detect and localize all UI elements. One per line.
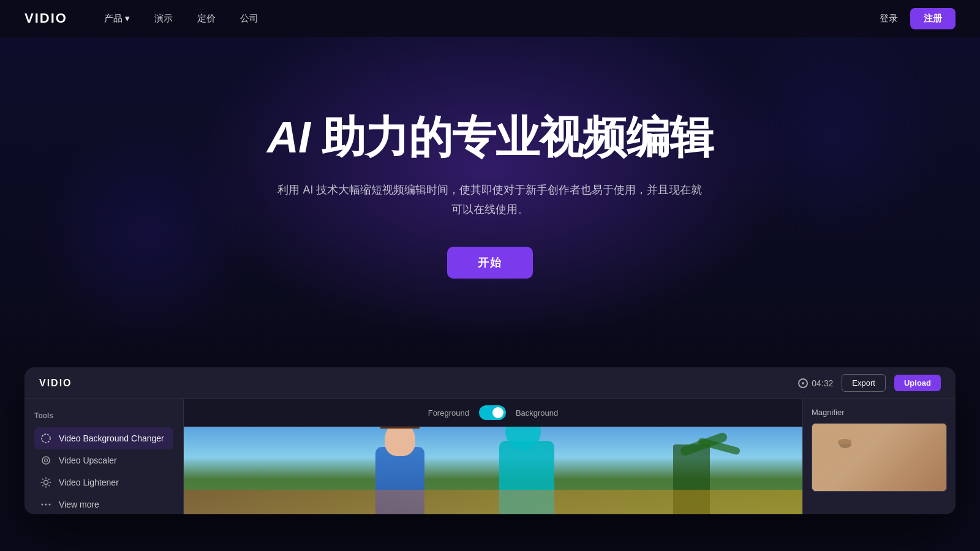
upscaler-icon bbox=[40, 455, 51, 466]
nav-link-product[interactable]: 产品 ▾ bbox=[104, 13, 130, 24]
svg-line-11 bbox=[42, 485, 43, 485]
magnifier-preview-image bbox=[812, 424, 946, 491]
app-preview: VIDIO 04:32 Export Upload Tools Video Ba… bbox=[24, 367, 956, 514]
svg-point-12 bbox=[42, 504, 43, 506]
svg-point-14 bbox=[49, 504, 51, 506]
nav-actions: 登录 注册 bbox=[880, 8, 956, 29]
svg-point-2 bbox=[45, 459, 48, 462]
nav-logo: VIDIO bbox=[24, 10, 67, 26]
lightener-icon bbox=[40, 477, 51, 488]
app-preview-logo: VIDIO bbox=[39, 378, 72, 389]
nav-link-demo[interactable]: 演示 bbox=[154, 13, 173, 24]
svg-point-3 bbox=[44, 481, 48, 485]
app-toolbar: Foreground Background bbox=[184, 399, 802, 427]
svg-line-9 bbox=[48, 485, 49, 485]
hero-content: AI 助力的专业视频编辑 利用 AI 技术大幅缩短视频编辑时间，使其即使对于新手… bbox=[267, 113, 713, 279]
sidebar-item-view-more[interactable]: View more bbox=[34, 493, 173, 514]
svg-point-13 bbox=[45, 504, 47, 506]
background-changer-icon bbox=[40, 433, 51, 444]
app-main-content: Foreground Background bbox=[184, 399, 802, 514]
login-button[interactable]: 登录 bbox=[880, 13, 898, 24]
hero-subtitle: 利用 AI 技术大幅缩短视频编辑时间，使其即使对于新手创作者也易于使用，并且现在… bbox=[276, 180, 704, 220]
export-button[interactable]: Export bbox=[842, 374, 886, 392]
app-time-display: 04:32 bbox=[798, 378, 833, 388]
video-scene bbox=[184, 427, 802, 514]
magnifier-label: Magnifier bbox=[812, 408, 947, 417]
magnifier-panel: Magnifier bbox=[802, 399, 956, 514]
chevron-down-icon: ▾ bbox=[125, 13, 130, 24]
foreground-background-toggle[interactable] bbox=[479, 405, 506, 420]
app-header: VIDIO 04:32 Export Upload bbox=[24, 367, 956, 399]
video-area bbox=[184, 427, 802, 514]
navbar: VIDIO 产品 ▾ 演示 定价 公司 登录 注册 bbox=[0, 0, 980, 37]
nav-links: 产品 ▾ 演示 定价 公司 bbox=[104, 13, 880, 24]
magnifier-preview-container bbox=[812, 423, 947, 492]
sidebar-item-upscaler[interactable]: Video Upscaler bbox=[34, 449, 173, 471]
nav-link-pricing[interactable]: 定价 bbox=[197, 13, 216, 24]
sidebar-item-lightener[interactable]: Video Lightener bbox=[34, 471, 173, 493]
app-sidebar: Tools Video Background Changer bbox=[24, 399, 184, 514]
app-header-right: 04:32 Export Upload bbox=[798, 374, 941, 392]
sidebar-tools-label: Tools bbox=[34, 411, 173, 420]
register-button[interactable]: 注册 bbox=[910, 8, 956, 29]
hero-section: AI 助力的专业视频编辑 利用 AI 技术大幅缩短视频编辑时间，使其即使对于新手… bbox=[0, 37, 980, 367]
foreground-label: Foreground bbox=[428, 408, 469, 418]
svg-point-0 bbox=[42, 434, 50, 443]
sidebar-item-background-changer[interactable]: Video Background Changer bbox=[34, 427, 173, 449]
svg-point-1 bbox=[42, 457, 50, 464]
clock-icon bbox=[798, 378, 808, 388]
app-body: Tools Video Background Changer bbox=[24, 399, 956, 514]
hero-title: AI 助力的专业视频编辑 bbox=[267, 113, 713, 162]
background-label: Background bbox=[516, 408, 558, 418]
upload-button[interactable]: Upload bbox=[894, 375, 941, 391]
svg-line-10 bbox=[48, 479, 49, 479]
view-more-icon bbox=[40, 499, 51, 510]
nav-link-company[interactable]: 公司 bbox=[240, 13, 258, 24]
start-button[interactable]: 开始 bbox=[447, 247, 533, 279]
svg-line-8 bbox=[42, 479, 43, 479]
